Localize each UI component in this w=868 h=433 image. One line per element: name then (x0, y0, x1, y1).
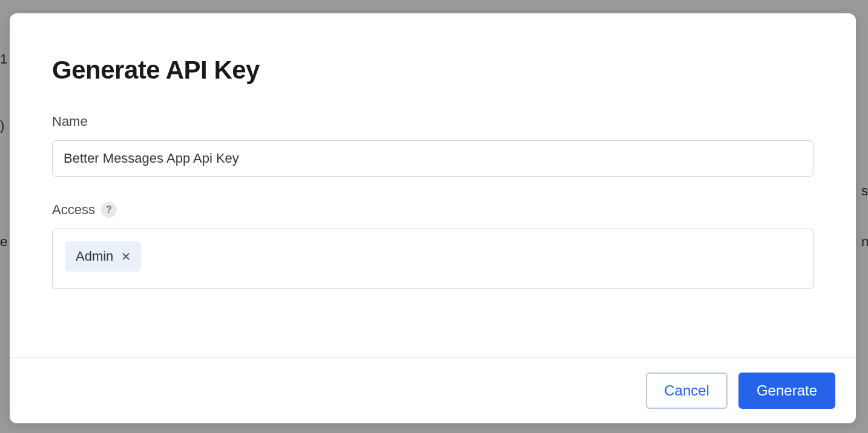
generate-api-key-modal: Generate API Key Name Access ? Admin (10, 13, 856, 423)
backdrop-fragment: ) (0, 118, 4, 134)
tag-label: Admin (76, 249, 113, 264)
access-label-row: Access ? (52, 202, 814, 218)
name-input[interactable] (52, 140, 814, 177)
help-icon[interactable]: ? (101, 202, 117, 218)
backdrop-fragment: n (861, 234, 868, 250)
backdrop-fragment: 1 (0, 51, 7, 67)
cancel-button[interactable]: Cancel (646, 373, 728, 409)
backdrop-fragment: s (861, 183, 868, 199)
backdrop-fragment: e (0, 234, 7, 250)
name-label: Name (52, 114, 88, 129)
modal-title: Generate API Key (52, 56, 814, 85)
modal-body: Generate API Key Name Access ? Admin (10, 13, 856, 357)
name-field-group: Name (52, 114, 814, 177)
name-label-row: Name (52, 114, 814, 129)
modal-footer: Cancel Generate (10, 357, 856, 423)
generate-button[interactable]: Generate (738, 373, 835, 409)
access-label: Access (52, 202, 95, 218)
close-icon[interactable] (122, 252, 130, 261)
access-field-group: Access ? Admin (52, 202, 814, 289)
access-tag-input[interactable]: Admin (52, 229, 814, 289)
access-tag-admin: Admin (65, 241, 141, 272)
